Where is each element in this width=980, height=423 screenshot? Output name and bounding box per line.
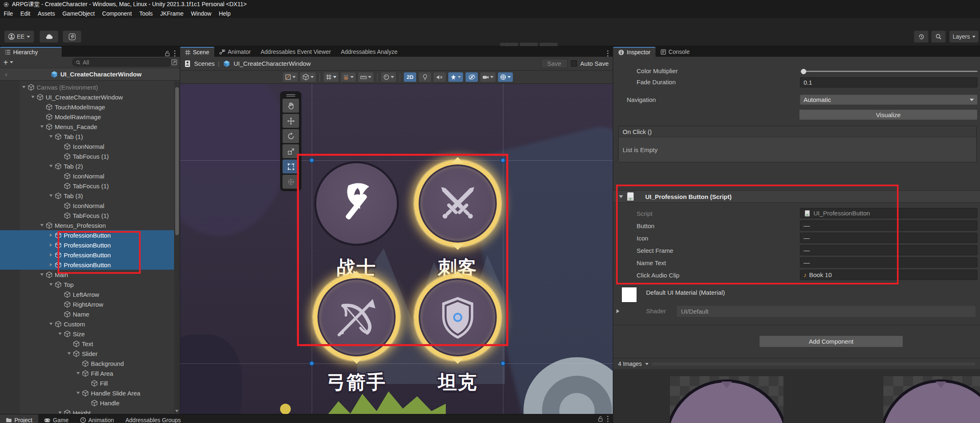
foldout-open-icon[interactable] bbox=[48, 194, 54, 197]
tab-hierarchy[interactable]: Hierarchy bbox=[0, 47, 62, 57]
selection-handle[interactable] bbox=[500, 361, 506, 366]
menu-item-jkframe[interactable]: JKFrame bbox=[156, 10, 187, 17]
account-button[interactable]: EE bbox=[4, 30, 34, 43]
hierarchy-row[interactable]: LeftArrow bbox=[0, 289, 174, 299]
foldout-open-icon[interactable] bbox=[48, 283, 54, 286]
hierarchy-scrollbar[interactable] bbox=[174, 81, 179, 413]
lighting-button[interactable] bbox=[419, 72, 431, 82]
mode-2d-button[interactable]: 2D bbox=[404, 72, 416, 82]
tab-addressables-groups[interactable]: Addressables Groups bbox=[120, 414, 187, 423]
hierarchy-search-input[interactable]: All bbox=[72, 58, 172, 67]
hierarchy-row[interactable]: Top bbox=[0, 280, 174, 289]
move-tool-button[interactable] bbox=[283, 114, 299, 128]
foldout-closed-icon[interactable] bbox=[48, 253, 54, 257]
transform-tool-button[interactable] bbox=[283, 175, 299, 189]
rect-tool-button[interactable] bbox=[283, 159, 299, 173]
hierarchy-row[interactable]: Menus_Facade bbox=[0, 122, 174, 132]
scene-visibility-button[interactable] bbox=[466, 72, 478, 82]
menu-item-edit[interactable]: Edit bbox=[17, 10, 34, 17]
kebab-menu-icon[interactable] bbox=[174, 50, 176, 57]
foldout-open-icon[interactable] bbox=[48, 323, 54, 325]
scroll-down-icon[interactable] bbox=[175, 410, 178, 412]
fade-duration-field[interactable]: 0.1 bbox=[800, 77, 978, 88]
shaded-mode-button[interactable] bbox=[300, 72, 316, 82]
tab-animation[interactable]: Animation bbox=[74, 414, 120, 423]
hierarchy-row[interactable]: Fill Area bbox=[0, 368, 174, 378]
prefab-name-label[interactable]: UI_CreateCharacterWindow bbox=[234, 60, 311, 67]
hierarchy-row[interactable]: TouchModelImage bbox=[0, 102, 174, 112]
hierarchy-row[interactable]: Slider bbox=[0, 349, 174, 358]
hierarchy-row[interactable]: Handle Slide Area bbox=[0, 388, 174, 398]
undo-history-button[interactable] bbox=[914, 30, 929, 43]
footer-drag-handle[interactable] bbox=[652, 363, 975, 365]
draw-mode-button[interactable] bbox=[283, 72, 298, 82]
hierarchy-row[interactable]: UI_CreateCharacterWindow bbox=[0, 92, 174, 102]
grid-axis-button[interactable] bbox=[324, 72, 338, 82]
palette-drag-handle[interactable] bbox=[283, 93, 299, 97]
material-foldout-icon[interactable] bbox=[616, 309, 619, 313]
menu-item-assets[interactable]: Assets bbox=[34, 10, 59, 17]
shader-value[interactable]: UI/Default bbox=[677, 306, 975, 317]
gizmos-button[interactable] bbox=[498, 72, 513, 82]
auto-save-checkbox[interactable] bbox=[571, 60, 577, 67]
hierarchy-row[interactable]: TabFocus (1) bbox=[0, 181, 174, 191]
hierarchy-row[interactable]: Background bbox=[0, 358, 174, 368]
pick-window-icon[interactable] bbox=[171, 59, 177, 65]
foldout-open-icon[interactable] bbox=[39, 224, 45, 227]
scale-tool-button[interactable] bbox=[283, 144, 299, 158]
menu-item-component[interactable]: Component bbox=[98, 10, 135, 17]
tab-inspector[interactable]: Inspector bbox=[613, 47, 656, 57]
foldout-open-icon[interactable] bbox=[21, 86, 27, 88]
images-footer-bar[interactable]: 4 Images bbox=[613, 358, 980, 370]
tab-game[interactable]: Game bbox=[38, 414, 74, 423]
menu-item-file[interactable]: File bbox=[0, 10, 17, 17]
menu-item-tools[interactable]: Tools bbox=[136, 10, 157, 17]
scrollbar-thumb[interactable] bbox=[175, 87, 179, 235]
foldout-closed-icon[interactable] bbox=[48, 233, 54, 237]
create-caret-icon[interactable] bbox=[10, 61, 13, 63]
hierarchy-row[interactable]: Canvas (Environment) bbox=[0, 82, 174, 92]
camera-button[interactable] bbox=[480, 72, 496, 82]
kebab-menu-icon[interactable] bbox=[607, 50, 609, 57]
hierarchy-row[interactable]: IconNormal bbox=[0, 201, 174, 210]
hierarchy-row[interactable]: TabFocus (1) bbox=[0, 210, 174, 220]
render-sphere-button[interactable] bbox=[381, 72, 396, 82]
material-preview-swatch[interactable] bbox=[621, 287, 637, 303]
scenes-label[interactable]: Scenes bbox=[194, 60, 215, 67]
grid-snap-button[interactable] bbox=[341, 72, 356, 82]
selection-handle[interactable] bbox=[309, 361, 315, 366]
foldout-open-icon[interactable] bbox=[30, 96, 36, 98]
hierarchy-row[interactable]: Size bbox=[0, 329, 174, 339]
kebab-menu-icon[interactable] bbox=[607, 416, 609, 422]
plastic-scm-button[interactable] bbox=[63, 30, 81, 43]
foldout-open-icon[interactable] bbox=[75, 392, 81, 394]
tab-console[interactable]: Console bbox=[656, 47, 695, 57]
hand-tool-button[interactable] bbox=[283, 99, 299, 113]
tab-addressables-analyze[interactable]: Addressables Analyze bbox=[336, 47, 403, 57]
tab-animator[interactable]: Animator bbox=[214, 47, 256, 57]
visualize-button[interactable]: Visualize bbox=[799, 109, 978, 120]
audio-mute-button[interactable] bbox=[433, 72, 446, 82]
add-component-button[interactable]: Add Component bbox=[759, 335, 903, 347]
navigation-dropdown[interactable]: Automatic bbox=[800, 95, 978, 105]
hierarchy-row[interactable]: Tab (1) bbox=[0, 132, 174, 141]
foldout-open-icon[interactable] bbox=[39, 273, 45, 276]
tab-addressables-event-viewer[interactable]: Addressables Event Viewer bbox=[256, 47, 336, 57]
hierarchy-row[interactable]: Custom bbox=[0, 319, 174, 329]
scene-viewport[interactable]: 战士刺客弓箭手坦克 bbox=[180, 84, 613, 414]
hierarchy-row[interactable]: IconNormal bbox=[0, 171, 174, 181]
lock-icon[interactable] bbox=[598, 416, 603, 422]
hierarchy-row[interactable]: IconNormal bbox=[0, 141, 174, 151]
save-button[interactable]: Save bbox=[541, 59, 568, 68]
foldout-closed-icon[interactable] bbox=[48, 263, 54, 266]
layers-dropdown[interactable]: Layers bbox=[949, 30, 979, 43]
color-multiplier-slider-knob[interactable] bbox=[801, 69, 806, 74]
hierarchy-row[interactable]: Fill bbox=[0, 378, 174, 388]
foldout-open-icon[interactable] bbox=[39, 125, 45, 128]
hierarchy-row[interactable]: Tab (2) bbox=[0, 161, 174, 171]
breadcrumb-label[interactable]: UI_CreateCharacterWindow bbox=[60, 71, 141, 78]
hierarchy-row[interactable]: Tab (3) bbox=[0, 191, 174, 201]
hierarchy-row[interactable]: Handle bbox=[0, 398, 174, 408]
effects-button[interactable] bbox=[448, 72, 463, 82]
snap-ruler-button[interactable] bbox=[358, 72, 373, 82]
